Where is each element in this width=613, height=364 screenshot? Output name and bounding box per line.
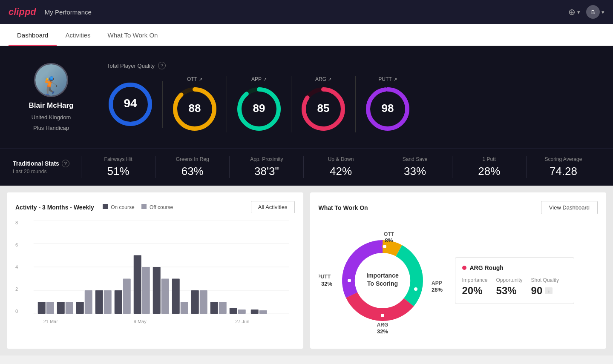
quality-section: Total Player Quality ? 94 OTT ↗ <box>98 62 600 132</box>
opportunity-label: Opportunity <box>496 277 523 283</box>
logo[interactable]: clippd <box>9 6 36 17</box>
svg-text:ARG: ARG <box>377 322 388 328</box>
traditional-stats: Traditional Stats ? Last 20 rounds Fairw… <box>0 148 613 186</box>
card-metric-shotquality: Shot Quality 90 ↓ <box>531 277 559 297</box>
svg-point-63 <box>380 313 385 318</box>
stat-updown: Up & Down 42% <box>303 156 377 178</box>
trad-stats-row: Fairways Hit 51% Greens In Reg 63% App. … <box>81 156 600 178</box>
stat-proximity: App. Proximity 38'3" <box>229 156 303 178</box>
player-country: United Kingdom <box>32 114 71 120</box>
donut-container: Importance To Scoring OTT 8% APP 28% ARG… <box>319 221 446 340</box>
legend-offcourse-label: Off course <box>150 204 173 210</box>
stat-updown-value: 42% <box>330 165 352 178</box>
logo-text: clippd <box>9 6 36 17</box>
svg-rect-39 <box>219 302 227 314</box>
tab-activities[interactable]: Activities <box>57 24 99 46</box>
stat-updown-label: Up & Down <box>328 156 354 162</box>
stat-greens: Greens In Reg 63% <box>155 156 229 178</box>
svg-rect-30 <box>134 255 141 314</box>
svg-rect-32 <box>153 267 161 314</box>
header-title: My Performance <box>45 9 92 16</box>
avatar: B <box>586 5 600 19</box>
stat-fairways-label: Fairways Hit <box>104 156 132 162</box>
card-title: ARG Rough <box>462 264 567 271</box>
opportunity-value: 53% <box>496 285 517 297</box>
stat-fairways: Fairways Hit 51% <box>81 156 155 178</box>
svg-rect-34 <box>172 279 180 314</box>
svg-text:21 Mar: 21 Mar <box>43 319 58 324</box>
player-name: Blair McHarg <box>29 101 74 110</box>
svg-text:85: 85 <box>317 102 330 115</box>
view-dashboard-button[interactable]: View Dashboard <box>541 201 598 214</box>
svg-rect-43 <box>259 310 267 314</box>
gauge-ott: OTT ↗ 88 <box>163 76 227 132</box>
gauges-row: 94 OTT ↗ 88 APP ↗ <box>107 76 592 132</box>
stat-scoring: Scoring Average 74.28 <box>526 156 600 178</box>
app-gauge-svg: 89 <box>236 86 282 132</box>
chart-container: 8 6 4 2 0 <box>15 220 295 328</box>
svg-rect-21 <box>46 302 54 314</box>
player-handicap: Plus Handicap <box>33 125 69 131</box>
stat-1putt-value: 28% <box>478 165 500 178</box>
svg-rect-33 <box>161 279 169 314</box>
user-menu[interactable]: B ▾ <box>586 5 604 19</box>
svg-point-61 <box>383 244 387 249</box>
quality-help-icon[interactable]: ? <box>158 62 166 69</box>
svg-rect-27 <box>104 290 112 314</box>
svg-rect-20 <box>38 302 46 314</box>
wtwo-card: ARG Rough Importance 20% Opportunity 53%… <box>455 257 574 304</box>
activity-panel-header: Activity - 3 Months - Weekly On course O… <box>15 201 295 213</box>
gauge-ott-label: OTT ↗ <box>187 76 202 82</box>
y-label-8: 8 <box>15 220 18 225</box>
stat-scoring-label: Scoring Average <box>544 156 582 162</box>
gauge-putt-label: PUTT ↗ <box>378 76 397 82</box>
svg-rect-25 <box>85 290 92 314</box>
tab-what-to-work-on[interactable]: What To Work On <box>99 24 167 46</box>
svg-text:8%: 8% <box>385 237 393 244</box>
stat-proximity-value: 38'3" <box>254 165 279 178</box>
svg-rect-24 <box>76 302 84 314</box>
stat-proximity-label: App. Proximity <box>250 156 283 162</box>
svg-text:To Scoring: To Scoring <box>367 280 397 287</box>
importance-value: 20% <box>462 285 483 297</box>
ott-gauge-svg: 88 <box>171 86 218 132</box>
svg-text:9 May: 9 May <box>134 319 147 324</box>
svg-text:Importance: Importance <box>366 272 399 279</box>
trad-help-icon[interactable]: ? <box>62 160 69 167</box>
trad-label-block: Traditional Stats ? Last 20 rounds <box>13 160 81 175</box>
svg-text:PUTT: PUTT <box>319 274 331 280</box>
gauge-arg: ARG ↗ 85 <box>291 76 356 132</box>
chart-svg: 21 Mar 9 May 27 Jun <box>28 220 295 327</box>
quality-header: Total Player Quality ? <box>107 62 592 69</box>
wtwo-panel-title: What To Work On <box>319 204 368 211</box>
stat-sandsave-label: Sand Save <box>403 156 428 162</box>
svg-rect-26 <box>95 290 103 314</box>
stat-1putt: 1 Putt 28% <box>452 156 526 178</box>
shotquality-value: 90 <box>531 285 543 297</box>
legend-oncourse-label: On course <box>111 204 134 210</box>
svg-rect-40 <box>230 308 237 314</box>
card-title-text: ARG Rough <box>470 264 504 271</box>
player-avatar: 🏌️ <box>34 63 68 97</box>
header-right: ⊕ ▾ B ▾ <box>568 5 604 19</box>
stat-sandsave: Sand Save 33% <box>378 156 452 178</box>
svg-text:27 Jun: 27 Jun <box>235 319 249 324</box>
tab-dashboard[interactable]: Dashboard <box>9 24 57 46</box>
svg-rect-31 <box>142 267 150 314</box>
svg-rect-28 <box>115 290 122 314</box>
stat-sandsave-value: 33% <box>404 165 426 178</box>
wtwo-panel: What To Work On View Dashboard <box>310 192 607 349</box>
shotquality-label: Shot Quality <box>531 277 559 283</box>
all-activities-button[interactable]: All Activities <box>251 201 295 213</box>
stat-greens-label: Greens In Reg <box>176 156 209 162</box>
card-metrics: Importance 20% Opportunity 53% Shot Qual… <box>462 277 567 297</box>
y-label-6: 6 <box>15 242 18 247</box>
y-label-0: 0 <box>15 309 18 314</box>
svg-rect-22 <box>57 302 65 314</box>
svg-text:28%: 28% <box>432 287 443 293</box>
legend-oncourse-dot <box>103 204 108 209</box>
arg-gauge-svg: 85 <box>300 86 347 132</box>
add-icon[interactable]: ⊕ ▾ <box>568 7 580 17</box>
svg-point-64 <box>347 278 351 283</box>
svg-rect-23 <box>66 302 73 314</box>
